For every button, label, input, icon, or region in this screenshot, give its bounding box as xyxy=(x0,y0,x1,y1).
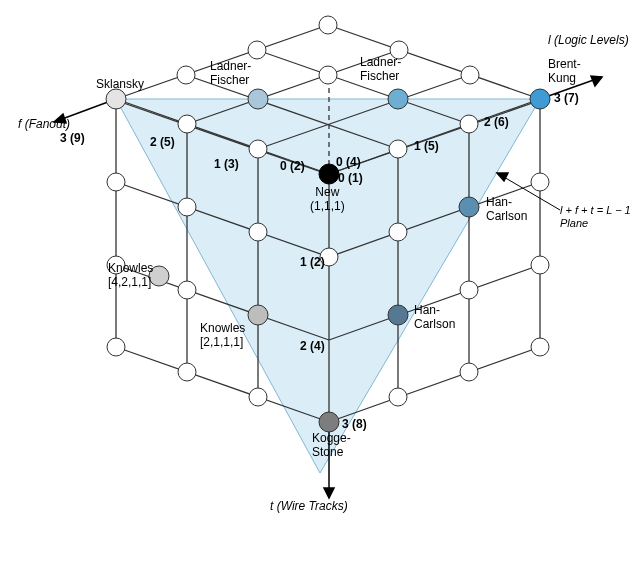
lbl-ladnerR: Ladner- Fischer xyxy=(360,56,401,84)
node-sklansky xyxy=(106,89,126,109)
node-kogge-stone xyxy=(319,412,339,432)
f2: 2 (5) xyxy=(150,136,175,150)
node-ladner-fischer-left xyxy=(248,89,268,109)
svg-point-40 xyxy=(389,140,407,158)
lbl-kogge: Kogge- Stone xyxy=(312,432,351,460)
t1: 1 (2) xyxy=(300,256,325,270)
lbl-ladnerL: Ladner- Fischer xyxy=(210,60,251,88)
svg-point-39 xyxy=(249,140,267,158)
adder-taxonomy-diagram: { "axes": { "fanout": { "label": "f (Fan… xyxy=(0,0,640,561)
axis-wiretracks-label: t (Wire Tracks) xyxy=(270,500,348,514)
l1: 1 (5) xyxy=(414,140,439,154)
node-han-carlson-2 xyxy=(388,305,408,325)
node-ladner-fischer-right xyxy=(388,89,408,109)
svg-point-44 xyxy=(107,338,125,356)
svg-point-38 xyxy=(178,115,196,133)
node-knowles-2111 xyxy=(248,305,268,325)
svg-point-47 xyxy=(178,363,196,381)
t3: 3 (8) xyxy=(342,418,367,432)
svg-point-54 xyxy=(460,363,478,381)
svg-point-52 xyxy=(531,338,549,356)
lbl-k2111: Knowles [2,1,1,1] xyxy=(200,322,245,350)
f0b: 0 (1) xyxy=(338,172,363,186)
axis-fanout-label: f (Fanout) xyxy=(18,118,70,132)
svg-marker-31 xyxy=(497,173,508,181)
f1: 1 (3) xyxy=(214,158,239,172)
svg-point-49 xyxy=(249,388,267,406)
lbl-brentkung: Brent- Kung xyxy=(548,58,581,86)
lbl-k4211: Knowles [4,2,1,1] xyxy=(108,262,153,290)
svg-point-37 xyxy=(461,66,479,84)
svg-point-51 xyxy=(531,256,549,274)
svg-point-48 xyxy=(249,223,267,241)
plane-note: l + f + t = L − 1 Plane xyxy=(560,204,631,229)
svg-point-46 xyxy=(178,281,196,299)
t2: 2 (4) xyxy=(300,340,325,354)
svg-point-41 xyxy=(460,115,478,133)
node-brent-kung xyxy=(530,89,550,109)
svg-point-35 xyxy=(177,66,195,84)
f0a: 0 (2) xyxy=(280,160,305,174)
svg-point-33 xyxy=(248,41,266,59)
lbl-hc2: Han- Carlson xyxy=(414,304,455,332)
svg-point-32 xyxy=(319,16,337,34)
svg-marker-29 xyxy=(324,488,334,498)
svg-point-42 xyxy=(107,173,125,191)
svg-point-56 xyxy=(389,388,407,406)
l0: 0 (4) xyxy=(336,156,361,170)
f3: 3 (9) xyxy=(60,132,85,146)
lbl-hc1: Han- Carlson xyxy=(486,196,527,224)
node-han-carlson-1 xyxy=(459,197,479,217)
l3: 3 (7) xyxy=(554,92,579,106)
svg-marker-27 xyxy=(591,76,602,86)
lbl-sklansky: Sklansky xyxy=(96,78,144,92)
svg-point-50 xyxy=(531,173,549,191)
svg-point-36 xyxy=(319,66,337,84)
svg-point-45 xyxy=(178,198,196,216)
lbl-new: New (1,1,1) xyxy=(310,186,345,214)
svg-point-53 xyxy=(460,281,478,299)
axis-logiclevels-label: l (Logic Levels) xyxy=(548,34,629,48)
l2: 2 (6) xyxy=(484,116,509,130)
svg-point-55 xyxy=(389,223,407,241)
